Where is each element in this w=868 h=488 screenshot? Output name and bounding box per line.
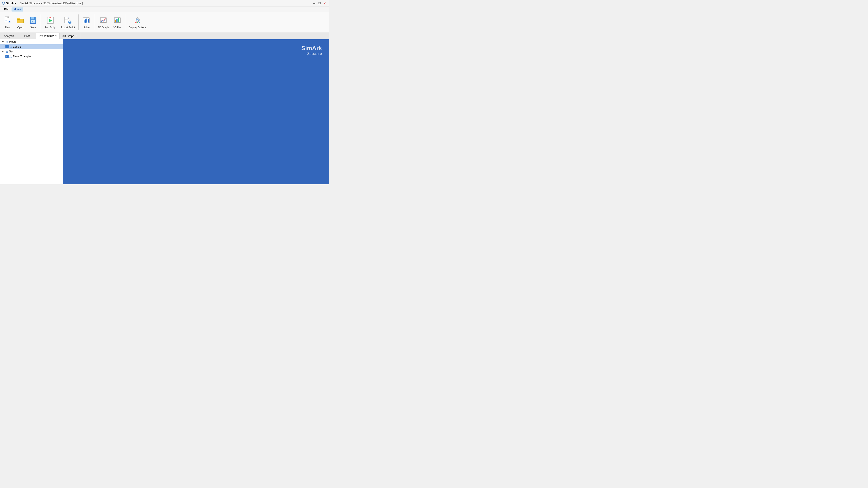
svg-rect-25 bbox=[84, 20, 85, 23]
tab-pre-window[interactable]: Pre-Window ✕ bbox=[36, 33, 60, 39]
tab-bar: Analysis Post Pre-Window ✕ 3D Graph ✕ bbox=[0, 33, 329, 39]
open-icon bbox=[16, 16, 24, 25]
ribbon-divider-4 bbox=[125, 14, 125, 30]
elem-triangles-icon: △ bbox=[9, 55, 12, 58]
app-name: SimArk bbox=[6, 2, 16, 5]
save-label: Save bbox=[30, 26, 36, 29]
tree-item-elem-triangles[interactable]: △ Elem_Triangles bbox=[0, 54, 63, 59]
2d-graph-icon bbox=[99, 16, 107, 25]
tree-item-set[interactable]: ▼ ⊞ Set bbox=[0, 49, 63, 54]
svg-rect-4 bbox=[5, 21, 7, 21]
svg-rect-26 bbox=[85, 20, 86, 23]
svg-rect-18 bbox=[68, 17, 69, 19]
title-bar: ⬡ SimArk SimArk Structure - [ E:/SimArk/… bbox=[0, 0, 329, 7]
svg-rect-33 bbox=[115, 20, 116, 22]
export-script-icon bbox=[64, 16, 72, 25]
elem-triangles-label: Elem_Triangles bbox=[13, 55, 31, 58]
elem-triangles-checkbox[interactable] bbox=[5, 55, 8, 58]
svg-rect-9 bbox=[17, 18, 20, 20]
simark-subtitle: Structure bbox=[301, 52, 322, 56]
open-button[interactable]: Open bbox=[14, 13, 26, 31]
viewport[interactable]: SimArk Structure bbox=[63, 39, 329, 184]
solve-icon bbox=[82, 16, 90, 25]
svg-point-40 bbox=[137, 20, 138, 20]
mesh-group-icon: ⊞ bbox=[5, 40, 8, 43]
window-title: SimArk Structure - [ E:/SimArk/tempIO/wa… bbox=[20, 2, 83, 5]
solve-label: Solve bbox=[84, 26, 90, 29]
svg-rect-28 bbox=[88, 19, 89, 23]
new-label: New bbox=[5, 26, 10, 29]
post-section[interactable]: Post bbox=[18, 33, 36, 39]
svg-rect-27 bbox=[86, 19, 87, 23]
export-script-label: Export Script bbox=[61, 26, 75, 29]
tree-item-zone1[interactable]: ⬡ Zone 1 bbox=[0, 44, 63, 49]
run-script-icon bbox=[46, 16, 55, 25]
menu-file[interactable]: File bbox=[2, 7, 11, 11]
simark-brand: SimArk Structure bbox=[301, 45, 322, 56]
set-group-icon: ⊞ bbox=[5, 50, 8, 53]
set-chevron: ▼ bbox=[2, 51, 4, 53]
svg-point-47 bbox=[139, 22, 140, 23]
set-label: Set bbox=[9, 50, 13, 53]
mesh-chevron: ▼ bbox=[2, 41, 4, 43]
zone1-checkbox[interactable] bbox=[5, 45, 8, 48]
open-label: Open bbox=[18, 26, 24, 29]
svg-rect-16 bbox=[50, 17, 51, 18]
svg-point-46 bbox=[137, 22, 138, 23]
export-script-button[interactable]: Export Script bbox=[59, 13, 76, 31]
zone1-icon: ⬡ bbox=[9, 45, 12, 48]
svg-rect-12 bbox=[31, 20, 35, 23]
window-controls: — ❐ ✕ bbox=[311, 1, 327, 6]
3d-plot-icon bbox=[113, 16, 121, 25]
tab-close-3d-graph[interactable]: ✕ bbox=[75, 35, 77, 37]
save-button[interactable]: Save bbox=[27, 13, 39, 31]
app-logo: ⬡ SimArk bbox=[2, 1, 16, 5]
menu-home[interactable]: Home bbox=[11, 7, 23, 11]
tree-item-mesh[interactable]: ▼ ⊞ Mesh bbox=[0, 39, 63, 44]
save-icon bbox=[29, 16, 37, 25]
restore-button[interactable]: ❐ bbox=[317, 1, 322, 6]
menu-bar: File Home bbox=[0, 7, 329, 12]
svg-rect-11 bbox=[31, 17, 34, 20]
svg-point-45 bbox=[135, 22, 136, 23]
close-button[interactable]: ✕ bbox=[322, 1, 327, 6]
zone1-label: Zone 1 bbox=[13, 45, 21, 48]
ribbon-divider-3 bbox=[94, 14, 94, 30]
analysis-section[interactable]: Analysis bbox=[0, 33, 18, 39]
new-button[interactable]: New bbox=[2, 13, 13, 31]
display-options-label: Display Options bbox=[129, 26, 146, 29]
svg-rect-35 bbox=[118, 18, 119, 22]
svg-rect-3 bbox=[5, 20, 8, 20]
mesh-label: Mesh bbox=[9, 40, 16, 43]
new-icon bbox=[4, 16, 12, 25]
main-content: ▼ ⊞ Mesh ⬡ Zone 1 ▼ ⊞ Set △ Elem_Triangl… bbox=[0, 39, 329, 184]
minimize-button[interactable]: — bbox=[311, 1, 316, 6]
run-script-label: Run Script bbox=[44, 26, 56, 29]
svg-rect-13 bbox=[32, 21, 33, 22]
ribbon-toolbar: New Open Save bbox=[0, 12, 329, 33]
svg-rect-34 bbox=[116, 19, 118, 22]
tab-3d-graph[interactable]: 3D Graph ✕ bbox=[60, 33, 80, 39]
display-options-button[interactable]: Display Options bbox=[127, 13, 148, 31]
3d-plot-button[interactable]: 3D Plot bbox=[112, 13, 123, 31]
2d-graph-button[interactable]: 2D Graph bbox=[96, 13, 111, 31]
display-options-icon bbox=[133, 16, 142, 25]
mesh-visualization: x y z bbox=[63, 39, 329, 184]
2d-graph-label: 2D Graph bbox=[98, 26, 109, 29]
3d-plot-label: 3D Plot bbox=[113, 26, 121, 29]
logo-icon: ⬡ bbox=[2, 1, 5, 5]
run-script-button[interactable]: Run Script bbox=[43, 13, 58, 31]
tab-close-pre-window[interactable]: ✕ bbox=[55, 35, 57, 37]
solve-button[interactable]: Solve bbox=[81, 13, 92, 31]
sidebar: ▼ ⊞ Mesh ⬡ Zone 1 ▼ ⊞ Set △ Elem_Triangl… bbox=[0, 39, 63, 184]
simark-title: SimArk bbox=[301, 45, 322, 52]
